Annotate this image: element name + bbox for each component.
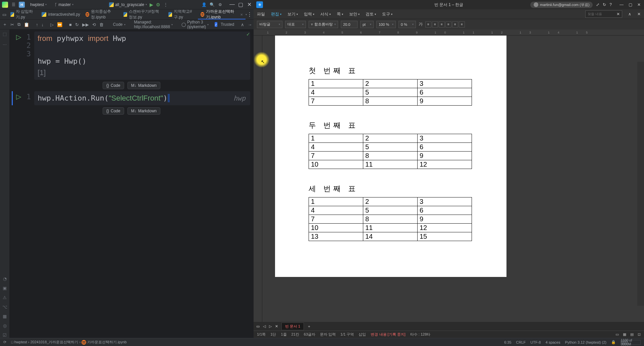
git-branch-dropdown[interactable]: ᚴmaster▾ bbox=[52, 2, 76, 8]
horizontal-ruler[interactable]: 1 2 3 4 5 6 7 8 9 10 11 12 13 14 15 bbox=[254, 30, 644, 36]
table-cell[interactable]: 3 bbox=[418, 197, 472, 206]
paste-button[interactable]: 📋 bbox=[24, 20, 29, 28]
table-cell[interactable]: 9 bbox=[418, 97, 472, 106]
char-spacing-combo[interactable]: 100 %▾ bbox=[376, 21, 396, 28]
nav-next-button[interactable]: → bbox=[248, 20, 252, 28]
encoding[interactable]: UTF-8 bbox=[530, 340, 541, 344]
more-icon[interactable]: ⋮ bbox=[163, 2, 168, 7]
table-cell[interactable]: 2 bbox=[363, 134, 418, 143]
menu-file[interactable]: 파일 bbox=[257, 11, 265, 17]
stop-button[interactable]: ■ bbox=[69, 20, 72, 28]
zoom-fit-icon[interactable]: ⊡ bbox=[638, 332, 641, 337]
section-title[interactable]: 세 번째 표 bbox=[309, 184, 506, 194]
table-row[interactable]: 789 bbox=[309, 215, 472, 224]
align-dist-button[interactable]: ≡ bbox=[452, 21, 458, 27]
unit-combo[interactable]: pt▾ bbox=[360, 21, 374, 28]
breadcrumb[interactable]: 가까운표선택하기.ipynb bbox=[87, 340, 126, 344]
table-row[interactable]: 123 bbox=[309, 134, 472, 143]
table-cell[interactable]: 6 bbox=[418, 88, 472, 97]
menu-input[interactable]: 입력▾ bbox=[304, 11, 314, 17]
status-recording[interactable]: 변경 내용 [기록 중지] bbox=[371, 332, 405, 337]
close-tab-icon[interactable]: × bbox=[240, 12, 243, 17]
tab-file[interactable]: 스캔바꾸기#정책정보.py bbox=[121, 9, 166, 19]
git-icon[interactable]: ⌥ bbox=[2, 304, 8, 310]
doc-tab-active[interactable]: 빈 문서 1 bbox=[281, 323, 304, 330]
line-separator[interactable]: CRLF bbox=[516, 340, 526, 344]
debug-button[interactable]: ⚙ bbox=[156, 2, 160, 7]
close-panel-icon[interactable]: ✕ bbox=[637, 12, 641, 16]
vcs-status-icon[interactable]: ⟳ bbox=[3, 340, 6, 344]
menu-format[interactable]: 서식▾ bbox=[320, 11, 331, 17]
run-config-dropdown[interactable]: all_to_grayscale▾ bbox=[109, 2, 147, 7]
run-all-button[interactable]: ▶▶ bbox=[82, 20, 89, 28]
rep-combo[interactable]: 대표▾ bbox=[285, 21, 306, 28]
add-markdown-cell-button[interactable]: M↓ Markdown bbox=[127, 82, 160, 89]
run-cell-icon[interactable]: ▷ bbox=[16, 93, 21, 105]
tab-file[interactable]: interactiveshell.py bbox=[39, 9, 83, 19]
table-cell[interactable]: 8 bbox=[363, 215, 418, 224]
size-combo[interactable]: 20.0 bbox=[341, 21, 358, 28]
table-cell[interactable]: 13 bbox=[309, 232, 363, 241]
expand-icon[interactable]: ⤢ bbox=[596, 2, 599, 7]
close-tab-icon[interactable]: ✕ bbox=[275, 324, 278, 329]
problems-icon[interactable]: ⚠ bbox=[2, 294, 8, 300]
menu-view[interactable]: 보기▾ bbox=[287, 11, 298, 17]
table-cell[interactable]: 7 bbox=[309, 152, 363, 160]
table-cell[interactable]: 7 bbox=[309, 97, 363, 106]
readonly-icon[interactable]: 🔒 bbox=[611, 340, 616, 344]
python-packages-icon[interactable]: ◎ bbox=[2, 323, 8, 329]
code-body[interactable]: hwp.HAction.Run("SelectCtrlFront") hwp bbox=[34, 91, 250, 105]
maximize-button[interactable]: ▢ bbox=[238, 1, 243, 8]
cursor-position[interactable]: 6:35 bbox=[504, 340, 511, 344]
table-cell[interactable]: 14 bbox=[363, 232, 418, 241]
table-row[interactable]: 789 bbox=[309, 152, 472, 160]
code-cell-active[interactable]: ▷ 1 hwp.HAction.Run("SelectCtrlFront") h… bbox=[12, 91, 250, 105]
table-cell[interactable]: 1 bbox=[309, 134, 363, 143]
table-cell[interactable]: 5 bbox=[363, 88, 418, 97]
clear-output-button[interactable]: ⟲ bbox=[92, 20, 96, 28]
vertical-ruler[interactable] bbox=[254, 36, 262, 322]
notebook-editor[interactable]: ✓ ▷ 123 from pyhwpx import Hwp hwp = Hwp… bbox=[9, 30, 254, 338]
document-page[interactable]: 첫 번째 표123456789두 번째 표123456789101112세 번째… bbox=[275, 36, 506, 277]
tab-file-active[interactable]: 가까운표선택하기.ipynb× bbox=[198, 9, 246, 19]
doc-table[interactable]: 123456789 bbox=[309, 79, 472, 106]
breadcrumb[interactable]: hwptest bbox=[14, 340, 27, 344]
close-button[interactable]: ✕ bbox=[247, 1, 252, 8]
menu-page[interactable]: 쪽▾ bbox=[337, 11, 343, 17]
page-scroll-area[interactable]: 첫 번째 표123456789두 번째 표123456789101112세 번째… bbox=[262, 36, 644, 322]
add-code-cell-button[interactable]: {} Code bbox=[103, 82, 124, 89]
help-icon[interactable]: ? bbox=[609, 2, 612, 7]
align-justify-button[interactable]: ≡ bbox=[425, 21, 431, 27]
main-menu-icon[interactable]: ☰ bbox=[11, 2, 16, 7]
table-row[interactable]: 789 bbox=[309, 97, 472, 106]
refresh-icon[interactable]: ↻ bbox=[603, 2, 606, 7]
close-button[interactable]: ✕ bbox=[637, 2, 641, 7]
maximize-button[interactable]: ▢ bbox=[628, 2, 633, 7]
todo-icon[interactable]: ☑ bbox=[2, 332, 8, 338]
table-cell[interactable]: 4 bbox=[309, 206, 363, 215]
table-cell[interactable]: 15 bbox=[418, 232, 472, 241]
code-with-me-icon[interactable]: 👤 bbox=[201, 2, 207, 7]
account-pill[interactable]: martinii.fun@gmail.com (무료) bbox=[530, 2, 593, 8]
tab-file[interactable]: 원의중심추정.ipynb bbox=[83, 9, 121, 19]
code-body[interactable]: from pyhwpx import Hwp hwp = Hwp() [1] bbox=[34, 32, 250, 80]
table-cell[interactable]: 8 bbox=[363, 97, 418, 106]
nav-prev-button[interactable]: ∧ bbox=[241, 20, 244, 28]
add-code-cell-button[interactable]: {} Code bbox=[103, 107, 124, 115]
table-row[interactable]: 131415 bbox=[309, 232, 472, 241]
font-combo[interactable]: ᴛ함초롬바탕▾ bbox=[309, 21, 338, 28]
trusted-checkbox[interactable]: ✓ bbox=[215, 22, 217, 27]
more-icon[interactable]: ⋮ bbox=[247, 11, 252, 18]
table-row[interactable]: 456 bbox=[309, 88, 472, 97]
table-cell[interactable]: 3 bbox=[418, 134, 472, 143]
table-row[interactable]: 101112 bbox=[309, 224, 472, 232]
table-cell[interactable]: 5 bbox=[363, 206, 418, 215]
style-combo[interactable]: 바탕글▾ bbox=[257, 21, 282, 28]
indent[interactable]: 4 spaces bbox=[545, 340, 560, 344]
memory-indicator[interactable]: 1100 of 3000M bbox=[621, 340, 641, 345]
table-cell[interactable]: 4 bbox=[309, 88, 363, 97]
add-tab-icon[interactable]: ＋ bbox=[307, 324, 311, 329]
table-cell[interactable]: 11 bbox=[363, 224, 418, 232]
table-row[interactable]: 456 bbox=[309, 143, 472, 152]
view-mode-icon[interactable]: ▭ bbox=[615, 332, 619, 337]
